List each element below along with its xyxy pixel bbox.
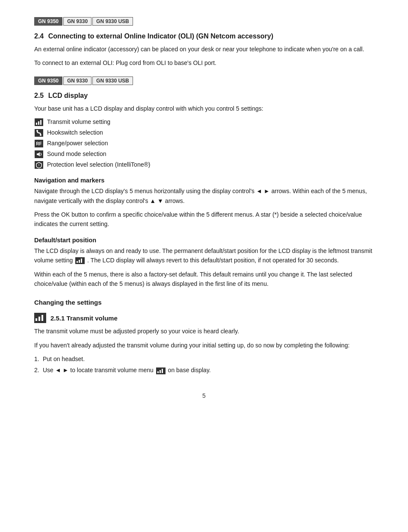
section-24: GN 9350 GN 9330 GN 9330 USB 2.4 Connecti… <box>34 17 374 68</box>
badge-gn9350-25: GN 9350 <box>34 76 62 85</box>
range-power-icon: RF <box>34 140 44 147</box>
svg-rect-19 <box>160 370 161 373</box>
product-badges-25: GN 9350 GN 9330 GN 9330 USB <box>34 76 374 85</box>
subsection-251-title: 2.5.1 Transmit volume <box>50 314 118 322</box>
feature-item-4: Sound mode selection <box>34 150 374 159</box>
section-24-para1: An external online indicator (accessory)… <box>34 44 374 54</box>
svg-text:RF: RF <box>36 141 41 146</box>
transmit-volume-icon-inline <box>156 367 166 374</box>
step-1-number: 1. <box>34 354 39 364</box>
page-content: GN 9350 GN 9330 GN 9330 USB 2.4 Connecti… <box>34 17 374 399</box>
feature-item-1: Transmit volume setting <box>34 118 374 126</box>
hookswitch-icon <box>34 129 44 137</box>
feature-item-3: RF Range/power selection <box>34 139 374 148</box>
svg-rect-1 <box>36 123 37 125</box>
badge-gn9350-24: GN 9350 <box>34 17 62 26</box>
section-25-intro: Your base unit has a LCD display and dis… <box>34 104 374 113</box>
svg-rect-12 <box>77 261 78 263</box>
feature-list: Transmit volume setting Hookswitch selec… <box>34 118 374 169</box>
feature-text-1: Transmit volume setting <box>47 118 110 126</box>
transmit-volume-icon <box>34 118 44 126</box>
step-2-number: 2. <box>34 365 39 375</box>
subsection-251-icon <box>34 313 46 323</box>
svg-rect-18 <box>157 371 159 373</box>
feature-text-3: Range/power selection <box>47 139 108 148</box>
feature-text-5: Protection level selection (IntelliTone®… <box>47 160 150 169</box>
svg-point-5 <box>36 130 38 132</box>
lcd-transmit-icon-inline <box>75 257 85 264</box>
section-251-steps: 1. Put on headset. 2. Use ◄ ► to locate … <box>34 354 374 375</box>
changing-settings-heading: Changing the settings <box>34 299 374 306</box>
section-24-number: 2.4 <box>34 32 44 40</box>
svg-rect-17 <box>41 315 43 321</box>
section-25-title: LCD display <box>48 92 88 99</box>
section-24-heading: 2.4 Connecting to external Online Indica… <box>34 32 374 40</box>
svg-rect-16 <box>38 317 40 321</box>
section-25: GN 9350 GN 9330 GN 9330 USB 2.5 LCD disp… <box>34 76 374 289</box>
protection-icon: ! <box>34 161 44 169</box>
step-1: 1. Put on headset. <box>34 354 374 364</box>
badge-gn9330usb-24: GN 9330 USB <box>92 17 133 26</box>
nav-para1: Navigate through the LCD display's 5 men… <box>34 186 374 206</box>
nav-heading: Navigation and markers <box>34 177 374 184</box>
svg-rect-2 <box>38 121 39 125</box>
svg-rect-14 <box>81 259 82 263</box>
badge-gn9330usb-25: GN 9330 USB <box>92 76 133 85</box>
section-25-heading: 2.5 LCD display <box>34 92 374 100</box>
feature-text-4: Sound mode selection <box>47 150 106 159</box>
step-2-text: Use ◄ ► to locate transmit volume menu o… <box>43 367 211 373</box>
section-24-para2: To connect to an external OLI: Plug cord… <box>34 58 374 68</box>
svg-rect-15 <box>35 318 37 321</box>
subsection-251-header: 2.5.1 Transmit volume <box>34 313 374 323</box>
page-number: 5 <box>34 392 374 399</box>
svg-rect-3 <box>40 120 41 125</box>
default-heading: Default/start position <box>34 237 374 244</box>
step-2: 2. Use ◄ ► to locate transmit volume men… <box>34 365 374 375</box>
svg-point-6 <box>40 134 41 136</box>
product-badges-24: GN 9350 GN 9330 GN 9330 USB <box>34 17 374 26</box>
section-251-para2: If you haven't already adjusted the tran… <box>34 341 374 350</box>
badge-gn9330-25: GN 9330 <box>63 76 92 85</box>
default-para2: Within each of the 5 menus, there is als… <box>34 270 374 289</box>
feature-item-5: ! Protection level selection (IntelliTon… <box>34 160 374 169</box>
svg-rect-20 <box>162 369 163 373</box>
feature-item-2: Hookswitch selection <box>34 128 374 137</box>
step-1-text: Put on headset. <box>43 356 85 362</box>
section-24-title: Connecting to external Online Indicator … <box>48 32 273 40</box>
section-251: 2.5.1 Transmit volume The transmit volum… <box>34 313 374 375</box>
nav-para2: Press the OK button to confirm a specifi… <box>34 210 374 229</box>
badge-gn9330-24: GN 9330 <box>63 17 92 26</box>
svg-rect-13 <box>79 260 80 263</box>
section-25-number: 2.5 <box>34 92 44 99</box>
feature-text-2: Hookswitch selection <box>47 128 103 137</box>
default-para1: The LCD display is always on and ready t… <box>34 246 374 265</box>
svg-text:!: ! <box>38 164 39 167</box>
sound-mode-icon <box>34 150 44 158</box>
section-251-para1: The transmit volume must be adjusted pro… <box>34 326 374 336</box>
